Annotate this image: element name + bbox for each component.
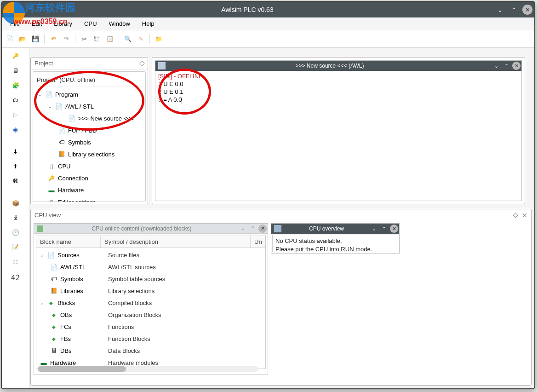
cut-icon[interactable] <box>79 34 89 44</box>
block-icon <box>50 335 57 342</box>
tag-icon <box>58 138 65 146</box>
toolbar-sep <box>119 34 119 44</box>
sub-close-icon[interactable]: ✕ <box>390 225 398 233</box>
chevron-down-icon[interactable]: ⌄ <box>40 300 45 306</box>
new-file-icon[interactable] <box>5 34 15 44</box>
col-un[interactable]: Un <box>251 236 265 248</box>
sub-min-icon[interactable]: ⌄ <box>370 225 378 233</box>
menu-bar: File Edit Library CPU Window Help <box>2 17 534 30</box>
menu-window[interactable]: Window <box>103 19 136 29</box>
cpu-overview-panel: CPU overview ⌄ ⌃ ✕ No CPU status availab… <box>271 223 400 254</box>
tree-editor-settings[interactable]: Editor settings <box>36 196 143 202</box>
sub-max-icon[interactable]: ⌃ <box>380 225 388 233</box>
project-root[interactable]: Project* (CPU: offline) <box>35 74 143 86</box>
dock-counter: 42 <box>11 273 20 282</box>
table-row[interactable]: OBsOrganization Blocks <box>38 309 263 321</box>
cpu-online-titlebar[interactable]: CPU online content (downloaded blocks) ⌄… <box>34 224 268 234</box>
tree-hardware[interactable]: Hardware <box>36 184 143 196</box>
sub-close-icon[interactable]: ✕ <box>258 225 267 233</box>
sub-min-icon[interactable]: ⌄ <box>238 225 246 233</box>
editor-tab-titlebar[interactable]: >>> New source <<< (AWL) ⌄ ⌃ ✕ <box>155 61 521 71</box>
minimize-button[interactable]: ⌄ <box>495 5 505 15</box>
cpu-view-panel: CPU view ✕ CPU online content (downloade… <box>30 209 532 386</box>
paste-icon[interactable] <box>105 34 115 44</box>
maximize-button[interactable]: ⌃ <box>509 5 519 15</box>
tree-program[interactable]: ⌄ Program <box>36 88 143 100</box>
sim-status: [SIM] - OFFLINE <box>158 73 203 80</box>
editor-close-icon[interactable]: ✕ <box>512 62 521 70</box>
tree-label: CPU <box>58 163 70 170</box>
dock-upload-icon[interactable]: ⬆ <box>11 161 21 171</box>
replace-icon[interactable] <box>136 34 146 44</box>
table-row[interactable]: LibrariesLibrary selections <box>38 285 263 297</box>
panel-float-icon[interactable] <box>139 61 144 66</box>
dock-blocks-icon[interactable]: 🗂 <box>11 95 21 105</box>
tree-symbols[interactable]: Symbols <box>36 136 143 148</box>
panel-icon <box>37 225 43 232</box>
dock-monitor-icon[interactable]: 🖥 <box>11 65 21 75</box>
menu-cpu[interactable]: CPU <box>79 19 102 29</box>
close-button[interactable]: ✕ <box>522 5 532 15</box>
line-number: 1 <box>158 81 161 87</box>
dock-tools-icon[interactable]: 🛠 <box>11 176 21 186</box>
panel-close-icon[interactable]: ✕ <box>522 212 527 219</box>
sub-max-icon[interactable]: ⌃ <box>248 225 257 233</box>
editor-max-icon[interactable]: ⌃ <box>502 62 510 70</box>
doc-icon <box>50 263 57 271</box>
copy-icon[interactable] <box>92 34 102 44</box>
chevron-down-icon[interactable]: ⌄ <box>48 104 52 109</box>
menu-edit[interactable]: Edit <box>26 19 47 29</box>
cpu-overview-titlebar[interactable]: CPU overview ⌄ ⌃ ✕ <box>271 224 399 234</box>
table-row[interactable]: DBsData Blocks <box>38 345 263 357</box>
find-icon[interactable] <box>123 34 133 44</box>
scrollbar-thumb[interactable] <box>38 366 126 372</box>
table-row[interactable]: FBsFunction Blocks <box>38 333 263 345</box>
doc-icon <box>68 115 75 122</box>
dock-database-icon[interactable] <box>11 213 21 223</box>
table-row[interactable]: ⌄SourcesSource files <box>38 249 263 261</box>
doc-icon <box>47 251 55 259</box>
tree-connection[interactable]: Connection <box>36 172 143 184</box>
tree-cpu[interactable]: CPU <box>36 160 143 172</box>
dock-lcd-icon[interactable] <box>11 257 21 267</box>
dock-stop-icon[interactable] <box>11 124 21 134</box>
menu-library[interactable]: Library <box>48 19 78 29</box>
project-panel: Project Project* (CPU: offline) ⌄ Progra… <box>30 57 148 204</box>
dock-note-icon[interactable] <box>11 242 21 252</box>
table-row[interactable]: FCsFunctions <box>38 321 263 333</box>
editor-min-icon[interactable]: ⌄ <box>492 62 500 70</box>
cpu-overview-title: CPU overview <box>284 225 369 232</box>
menu-file[interactable]: File <box>5 19 25 29</box>
window-titlebar[interactable]: Awlsim PLC v0.63 ⌄ ⌃ ✕ <box>2 2 534 17</box>
col-description[interactable]: Symbol / description <box>101 236 251 248</box>
code-editor[interactable]: [SIM] - OFFLINE 1U E 0.0 2U E 0.1 3= A 0… <box>155 71 521 106</box>
panel-float-icon[interactable] <box>513 213 518 218</box>
doc-icon <box>158 62 166 69</box>
horizontal-scrollbar[interactable] <box>38 366 258 372</box>
tree-label: Library selections <box>68 151 114 158</box>
dock-block-icon[interactable]: 🧩 <box>11 80 21 90</box>
table-row[interactable]: SymbolsSymbol table sources <box>38 273 263 285</box>
doc-icon <box>55 103 63 110</box>
menu-help[interactable]: Help <box>137 19 160 29</box>
table-row[interactable]: AWL/STLAWL/STL sources <box>38 261 263 273</box>
dock-container-icon[interactable]: 📦 <box>11 198 21 208</box>
tree-awlstl[interactable]: ⌄ AWL / STL <box>36 100 143 112</box>
tree-new-source[interactable]: >>> New source <<< <box>36 112 143 124</box>
dock-key-icon[interactable] <box>11 51 21 61</box>
tree-library[interactable]: Library selections <box>36 148 143 160</box>
chevron-down-icon[interactable]: ⌄ <box>40 253 45 258</box>
block-icon <box>47 299 55 306</box>
dock-download-icon[interactable]: ⬇ <box>11 146 21 156</box>
tree-fupfbd[interactable]: FUP / FBD <box>36 124 143 136</box>
open-file-icon[interactable] <box>17 34 28 44</box>
table-row[interactable]: ⌄BlocksCompiled blocks <box>38 297 263 309</box>
save-file-icon[interactable] <box>30 34 40 44</box>
open-project-icon[interactable] <box>154 34 164 44</box>
undo-icon[interactable] <box>48 34 58 44</box>
chevron-down-icon[interactable]: ⌄ <box>38 92 42 97</box>
dock-run-icon[interactable] <box>11 110 21 120</box>
dock-clock-icon[interactable] <box>11 227 21 237</box>
redo-icon[interactable] <box>61 34 71 44</box>
col-block-name[interactable]: Block name <box>36 236 101 248</box>
